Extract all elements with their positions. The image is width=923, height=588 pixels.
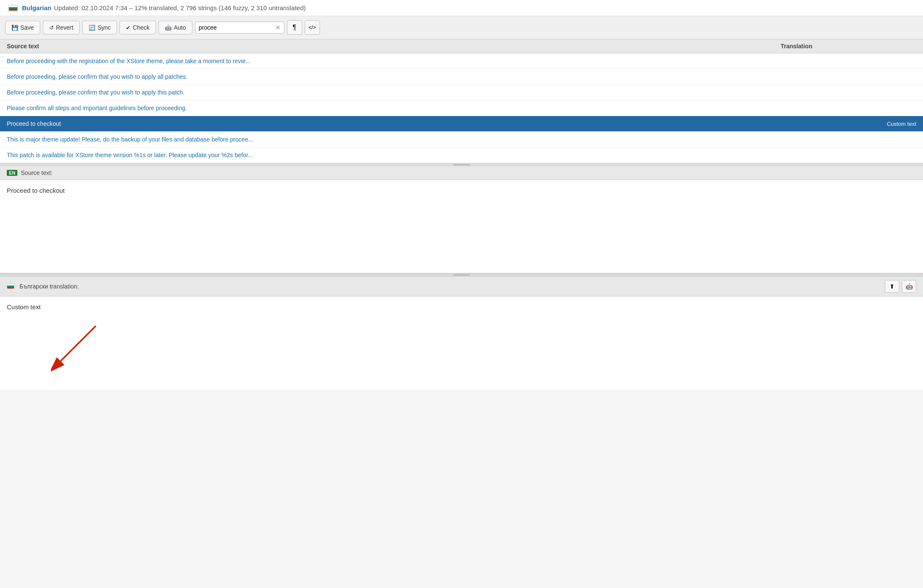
auto-button[interactable]: 🤖 Auto (158, 21, 192, 34)
table-row[interactable]: This patch is available for XStore theme… (0, 147, 923, 163)
header-bar: Bulgarian Updated: 02.10.2024 7:34 – 12%… (0, 0, 923, 16)
translation-flag-icon (7, 284, 14, 289)
table-row[interactable]: Before proceeding, please confirm that y… (0, 69, 923, 85)
table-row[interactable]: Before proceeding with the registration … (0, 53, 923, 69)
main-content: Source text Translation Before proceedin… (0, 39, 923, 390)
code-button[interactable]: </> (305, 20, 320, 35)
custom-text-badge: Custom text (781, 121, 916, 127)
translation-header-right: ⬆ 🤖 (885, 280, 916, 293)
translation-panel: Български translation: ⬆ 🤖 Custom text (0, 276, 923, 390)
revert-icon: ↺ (49, 25, 54, 31)
table-header: Source text Translation (0, 39, 923, 53)
search-box: ✕ (195, 22, 284, 33)
translation-body[interactable]: Custom text (0, 297, 923, 390)
save-label: Save (20, 24, 34, 31)
code-icon: </> (309, 25, 316, 31)
language-name: Bulgarian (22, 4, 51, 11)
table-row-selected[interactable]: Proceed to checkout Custom text (0, 116, 923, 132)
source-text-1: Before proceeding with the registration … (7, 58, 781, 64)
table-row[interactable]: Before proceeding, please confirm that y… (0, 85, 923, 100)
source-text-content: Proceed to checkout (7, 187, 65, 194)
save-button[interactable]: 💾 Save (5, 21, 40, 34)
search-clear-icon[interactable]: ✕ (275, 24, 281, 31)
source-text-5: Proceed to checkout (7, 120, 781, 127)
source-text-3: Before proceeding, please confirm that y… (7, 89, 781, 96)
source-text-6: This is major theme update! Please, do t… (7, 136, 781, 143)
pilcrow-button[interactable]: ¶ (287, 20, 302, 35)
source-panel: EN Source text: Proceed to checkout (0, 166, 923, 274)
source-panel-header: EN Source text: (0, 166, 923, 180)
auto-label: Auto (174, 24, 186, 31)
en-badge: EN (7, 170, 17, 176)
auto-translate-icon: 🤖 (906, 283, 913, 290)
revert-button[interactable]: ↺ Revert (43, 21, 80, 34)
translation-content: Custom text (7, 303, 41, 311)
svg-line-1 (61, 326, 96, 361)
source-panel-label: Source text: (21, 169, 53, 176)
translation-header-left: Български translation: (7, 283, 79, 290)
translation-panel-label: Български translation: (19, 283, 79, 290)
translation-panel-header: Български translation: ⬆ 🤖 (0, 276, 923, 297)
auto-icon: 🤖 (165, 25, 172, 31)
sync-label: Sync (97, 24, 111, 31)
upload-icon: ⬆ (890, 283, 895, 290)
col-source-header: Source text (7, 43, 781, 50)
sync-icon: 🔄 (89, 25, 95, 31)
upload-button[interactable]: ⬆ (885, 280, 899, 293)
check-icon: ✔ (126, 25, 131, 31)
auto-translate-button[interactable]: 🤖 (902, 280, 916, 293)
table-row[interactable]: This is major theme update! Please, do t… (0, 132, 923, 147)
sync-button[interactable]: 🔄 Sync (82, 21, 117, 34)
bulgarian-flag-icon (8, 5, 18, 11)
source-text-2: Before proceeding, please confirm that y… (7, 73, 781, 80)
red-arrow-annotation (51, 322, 102, 373)
source-panel-body: Proceed to checkout (0, 180, 923, 273)
search-input[interactable] (199, 24, 273, 31)
source-text-4: Please confirm all steps and important g… (7, 105, 781, 111)
pilcrow-icon: ¶ (292, 24, 296, 31)
check-button[interactable]: ✔ Check (120, 21, 156, 34)
check-label: Check (133, 24, 150, 31)
revert-label: Revert (56, 24, 73, 31)
toolbar: 💾 Save ↺ Revert 🔄 Sync ✔ Check 🤖 Auto ✕ … (0, 16, 923, 39)
header-status: Updated: 02.10.2024 7:34 – 12% translate… (54, 4, 306, 11)
save-icon: 💾 (11, 25, 18, 31)
string-list: Before proceeding with the registration … (0, 53, 923, 164)
table-row[interactable]: Please confirm all steps and important g… (0, 100, 923, 116)
col-translation-header: Translation (781, 43, 916, 50)
source-text-7: This patch is available for XStore theme… (7, 152, 781, 158)
